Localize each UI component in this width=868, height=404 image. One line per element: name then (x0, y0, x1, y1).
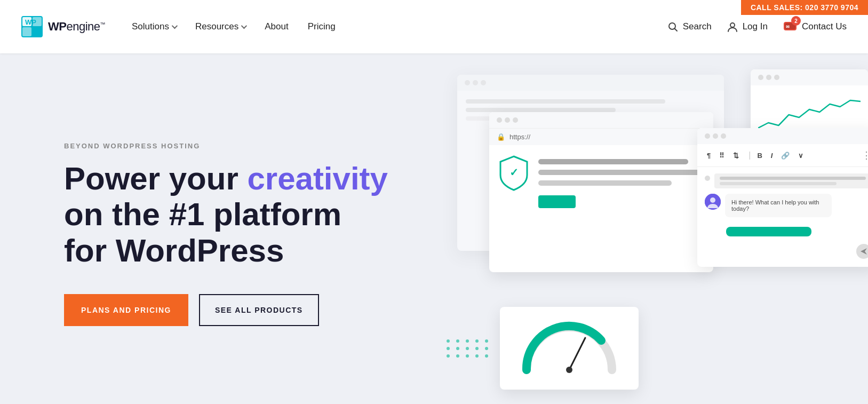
nav-item-resources[interactable]: Resources (195, 21, 245, 32)
svg-point-8 (730, 23, 735, 27)
wp-engine-logo-icon: WP (21, 16, 43, 37)
login-nav-item[interactable]: Log In (727, 21, 768, 33)
nav-about-link[interactable]: About (265, 21, 288, 32)
hero-section: BEYOND WORDPRESS HOSTING Power your crea… (0, 53, 868, 404)
login-label: Log In (743, 21, 768, 32)
nav-pricing-link[interactable]: Pricing (308, 21, 336, 32)
chat-item-support: Hi there! What can I help you with today… (705, 194, 868, 217)
send-btn-area (705, 244, 868, 259)
svg-text:✉: ✉ (786, 25, 790, 29)
hero-illustration: 🔒 https:// ✓ (441, 69, 868, 390)
svg-line-15 (569, 338, 585, 370)
lock-icon: 🔒 (497, 133, 505, 141)
nav-left: WP WPengine™ Solutions Resources (21, 16, 336, 37)
link-icon: 🔗 (779, 150, 792, 161)
browser-card-main: 🔒 https:// ✓ (489, 112, 713, 272)
svg-point-16 (566, 367, 572, 373)
speedometer-svg (516, 316, 623, 381)
top-sales-bar[interactable]: CALL SALES: 020 3770 9704 (741, 0, 868, 15)
speedometer-card (500, 307, 639, 390)
chat-response-bubble (726, 227, 811, 236)
chat-item-user (705, 173, 868, 188)
chat-bubble: Hi there! What can I help you with today… (725, 194, 832, 217)
more-icon: ⋮ (862, 149, 868, 161)
send-icon (856, 244, 868, 259)
editor-chat-content: Hi there! What can I help you with today… (697, 167, 868, 265)
see-all-products-button[interactable]: SEE ALL PRODUCTS (199, 294, 319, 326)
nav-item-solutions[interactable]: Solutions (132, 21, 176, 32)
nav-resources-link[interactable]: Resources (195, 21, 245, 32)
hero-title: Power your creativity on the #1 platform… (64, 161, 388, 268)
contact-badge: 2 (791, 16, 801, 26)
italic-icon: I (769, 150, 775, 161)
arrows-icon: ⇅ (731, 150, 741, 161)
main-navbar: WP WPengine™ Solutions Resources (0, 0, 868, 53)
url-text: https:// (509, 133, 530, 141)
user-icon (727, 21, 738, 33)
dropdown-icon: ∨ (796, 150, 806, 161)
nav-solutions-link[interactable]: Solutions (132, 21, 176, 32)
browser-url-bar: 🔒 https:// (489, 128, 713, 145)
hero-buttons: PLANS AND PRICING SEE ALL PRODUCTS (64, 294, 388, 326)
browser-dots-back (457, 75, 724, 91)
nav-item-pricing[interactable]: Pricing (308, 21, 336, 32)
editor-dots (697, 128, 868, 144)
plans-pricing-button[interactable]: PLANS AND PRICING (64, 294, 188, 326)
search-icon (667, 21, 679, 33)
editor-card: ¶ ⠿ ⇅ | B I 🔗 ∨ ⋮ (697, 128, 868, 267)
editor-toolbar: ¶ ⠿ ⇅ | B I 🔗 ∨ ⋮ (697, 144, 868, 167)
search-nav-item[interactable]: Search (667, 21, 712, 33)
chat-messages: Hi there! What can I help you with today… (705, 173, 868, 259)
search-label: Search (683, 21, 712, 32)
browser-main-dots (489, 112, 713, 128)
hero-eyebrow: BEYOND WORDPRESS HOSTING (64, 142, 388, 150)
support-avatar (705, 194, 721, 210)
svg-line-7 (674, 29, 677, 31)
chevron-down-icon (241, 23, 247, 29)
nav-item-about[interactable]: About (265, 21, 288, 32)
svg-text:WP: WP (25, 18, 36, 26)
browser-body: ✓ (489, 145, 713, 217)
shield-icon: ✓ (498, 154, 530, 208)
nav-links-list: Solutions Resources About Pricing (132, 21, 336, 32)
svg-rect-3 (22, 27, 31, 36)
dots-pattern (447, 339, 490, 358)
hero-content: BEYOND WORDPRESS HOSTING Power your crea… (64, 131, 388, 326)
svg-text:✓: ✓ (509, 167, 519, 178)
paragraph-icon: ¶ (705, 150, 713, 161)
browser-content-lines (538, 154, 705, 208)
logo-link[interactable]: WP WPengine™ (21, 16, 105, 37)
grid-icon: ⠿ (717, 150, 727, 161)
speedometer-content (500, 307, 639, 390)
nav-right: Search Log In ✉ 2 Contact Us (667, 19, 847, 34)
call-sales-text: CALL SALES: 020 3770 9704 (751, 3, 858, 12)
contact-label: Contact Us (802, 21, 847, 32)
analytics-dots (751, 69, 868, 85)
chat-icon-wrapper: ✉ 2 (783, 19, 798, 34)
contact-nav-item[interactable]: ✉ 2 Contact Us (783, 19, 847, 34)
svg-point-14 (710, 197, 715, 203)
bold-icon: B (755, 150, 764, 161)
chevron-down-icon (172, 23, 178, 29)
svg-rect-4 (33, 27, 42, 36)
logo-text: WPengine™ (48, 20, 105, 34)
